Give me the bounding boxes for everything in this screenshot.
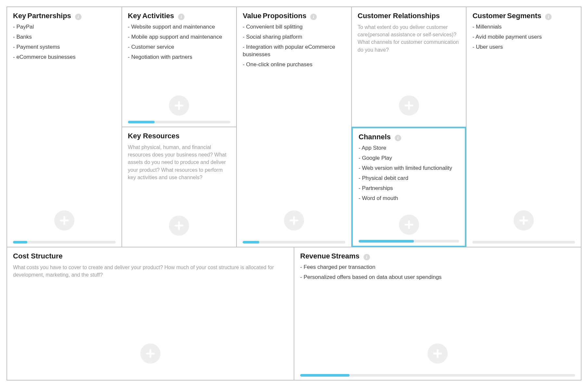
progress-fill — [359, 240, 414, 243]
progress-bar — [243, 241, 345, 243]
item-list: Fees charged per transactionPersonalized… — [300, 264, 575, 281]
info-icon[interactable]: i — [545, 14, 552, 20]
title-word-2: Activities — [142, 12, 174, 20]
list-item[interactable]: Fees charged per transaction — [300, 264, 575, 271]
title-word-2: Propositions — [263, 12, 306, 20]
list-item[interactable]: Convenient bill splitting — [243, 23, 345, 31]
cell-title: Customer Relationships — [358, 12, 460, 20]
title-word-1: Customer Relationships — [358, 12, 440, 20]
placeholder-text: What physical, human, and financial reso… — [128, 144, 231, 181]
placeholder-text: To what extent do you deliver customer c… — [358, 23, 460, 54]
list-item[interactable]: Physical debit card — [359, 175, 459, 182]
progress-bar — [13, 241, 116, 243]
info-icon[interactable]: i — [178, 14, 185, 20]
placeholder-text: What costs you have to cover to create a… — [13, 264, 288, 279]
title-word-1: Key Resources — [128, 132, 180, 140]
progress-fill — [300, 374, 350, 377]
list-item[interactable]: Mobile app support and maintenance — [128, 33, 231, 41]
list-item[interactable]: Integration with popular eCommerce busin… — [243, 44, 345, 58]
list-item[interactable]: Partnerships — [359, 185, 459, 192]
cell-title: Value Propositions i — [243, 12, 345, 20]
title-word-1: Revenue — [300, 252, 330, 260]
title-word-1: Key — [13, 12, 26, 20]
list-item[interactable]: One-click online purchases — [243, 61, 345, 69]
list-item[interactable]: Google Play — [359, 155, 459, 162]
cell-value-propositions[interactable]: Value Propositions i Convenient bill spl… — [236, 7, 352, 247]
progress-bar — [128, 121, 231, 123]
title-word-2: Partnerships — [27, 12, 71, 20]
list-item[interactable]: Payment systems — [13, 44, 116, 51]
plus-icon — [403, 100, 415, 111]
cell-title: Channels i — [359, 133, 459, 141]
info-icon[interactable]: i — [395, 135, 401, 141]
cell-channels[interactable]: Channels i App StoreGoogle PlayWeb versi… — [352, 127, 467, 247]
cell-title: Revenue Streams i — [300, 252, 575, 260]
business-model-canvas: Key Partnerships i PayPalBanksPayment sy… — [6, 6, 582, 381]
cell-key-activities[interactable]: Key Activities i Website support and mai… — [122, 7, 237, 127]
title-word-1: Value — [243, 12, 261, 20]
cell-key-resources[interactable]: Key Resources What physical, human, and … — [122, 127, 237, 247]
plus-icon — [518, 215, 530, 226]
title-word-2: Streams — [331, 252, 360, 260]
plus-icon — [288, 215, 300, 226]
cell-title: Cost Structure — [13, 252, 288, 260]
list-item[interactable]: Word of mouth — [359, 195, 459, 202]
item-list: Convenient bill splittingSocial sharing … — [243, 23, 345, 69]
cell-title: Key Resources — [128, 132, 231, 140]
item-list: PayPalBanksPayment systemseCommerce busi… — [13, 23, 116, 61]
progress-bar — [300, 374, 575, 377]
cell-title: Key Activities i — [128, 12, 231, 20]
list-item[interactable]: Website support and maintenance — [128, 23, 231, 31]
plus-icon — [145, 348, 156, 359]
progress-bar — [472, 241, 575, 243]
add-button[interactable] — [140, 343, 160, 364]
info-icon[interactable]: i — [75, 14, 82, 20]
cell-customer-segments[interactable]: Customer Segments i MillennialsAvid mobi… — [466, 7, 581, 247]
cell-title: Customer Segments i — [472, 12, 575, 20]
list-item[interactable]: Uber users — [472, 44, 575, 51]
add-button[interactable] — [399, 95, 419, 116]
list-item[interactable]: Negotiation with partners — [128, 54, 231, 61]
plus-icon — [403, 219, 415, 231]
item-list: MillennialsAvid mobile payment usersUber… — [472, 23, 575, 51]
list-item[interactable]: Banks — [13, 33, 116, 41]
list-item[interactable]: Web version with limited functionality — [359, 165, 459, 172]
plus-icon — [432, 348, 443, 359]
title-word-1: Channels — [359, 133, 391, 141]
list-item[interactable]: eCommerce businesses — [13, 54, 116, 61]
list-item[interactable]: Millennials — [472, 23, 575, 31]
add-button[interactable] — [399, 215, 419, 235]
progress-bar — [359, 240, 459, 243]
title-word-2: Segments — [507, 12, 541, 20]
title-word-1: Cost Structure — [13, 252, 63, 260]
progress-fill — [128, 121, 155, 123]
list-item[interactable]: Avid mobile payment users — [472, 33, 575, 41]
plus-icon — [173, 100, 185, 111]
add-button[interactable] — [169, 95, 189, 116]
cell-cost-structure[interactable]: Cost Structure What costs you have to co… — [7, 247, 294, 380]
progress-fill — [13, 241, 27, 243]
item-list: App StoreGoogle PlayWeb version with lim… — [359, 144, 459, 202]
cell-key-partnerships[interactable]: Key Partnerships i PayPalBanksPayment sy… — [7, 7, 122, 247]
list-item[interactable]: PayPal — [13, 23, 116, 31]
list-item[interactable]: Social sharing platform — [243, 33, 345, 41]
progress-fill — [243, 241, 259, 243]
info-icon[interactable]: i — [364, 254, 370, 260]
list-item[interactable]: Customer service — [128, 44, 231, 51]
add-button[interactable] — [428, 343, 448, 364]
cell-revenue-streams[interactable]: Revenue Streams i Fees charged per trans… — [294, 247, 581, 380]
item-list: Website support and maintenanceMobile ap… — [128, 23, 231, 61]
list-item[interactable]: App Store — [359, 144, 459, 152]
add-button[interactable] — [169, 216, 189, 236]
add-button[interactable] — [514, 210, 534, 231]
cell-customer-relationships[interactable]: Customer Relationships To what extent do… — [352, 7, 467, 127]
cell-title: Key Partnerships i — [13, 12, 116, 20]
add-button[interactable] — [54, 210, 74, 231]
title-word-1: Customer — [472, 12, 506, 20]
add-button[interactable] — [284, 210, 304, 231]
info-icon[interactable]: i — [310, 14, 317, 20]
plus-icon — [58, 215, 70, 226]
list-item[interactable]: Personalized offers based on data about … — [300, 274, 575, 281]
plus-icon — [173, 220, 185, 231]
title-word-1: Key — [128, 12, 141, 20]
